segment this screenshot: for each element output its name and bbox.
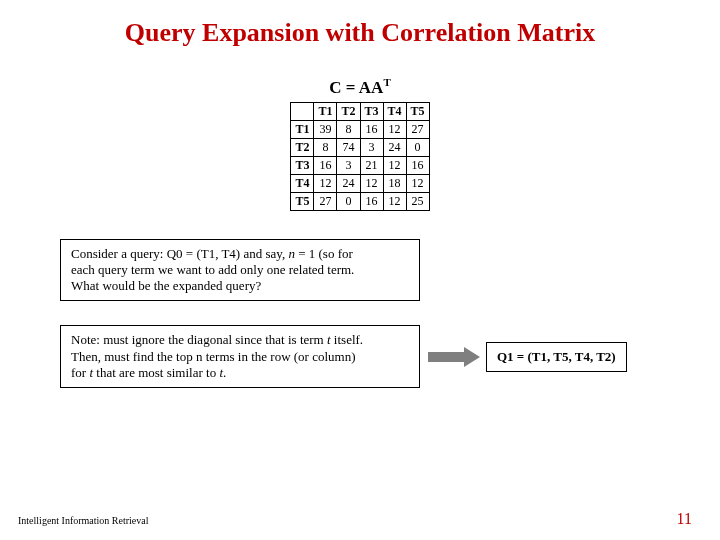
col-header: T2 [337,102,360,120]
row-header: T2 [291,138,314,156]
cell: 18 [383,174,406,192]
text-boxes: Consider a query: Q0 = (T1, T4) and say,… [0,239,720,389]
note-line2: Then, must find the top n terms in the r… [71,349,409,365]
cell: 74 [337,138,360,156]
matrix-corner [291,102,314,120]
note-row: Note: must ignore the diagonal since tha… [0,325,720,388]
note-line1: Note: must ignore the diagonal since tha… [71,332,409,348]
cell: 24 [383,138,406,156]
col-header: T1 [314,102,337,120]
question-box: Consider a query: Q0 = (T1, T4) and say,… [60,239,420,302]
row-header: T4 [291,174,314,192]
footer-left: Intelligent Information Retrieval [18,515,149,526]
cell: 27 [406,120,429,138]
cell: 16 [360,120,383,138]
cell: 3 [337,156,360,174]
question-line3: What would be the expanded query? [71,278,409,294]
cell: 3 [360,138,383,156]
cell: 16 [360,192,383,210]
row-header: T1 [291,120,314,138]
table-row: T4 12 24 12 18 12 [291,174,429,192]
page-title: Query Expansion with Correlation Matrix [0,0,720,48]
cell: 24 [337,174,360,192]
correlation-matrix: T1 T2 T3 T4 T5 T1 39 8 16 12 27 T2 8 74 … [290,102,429,211]
row-header: T5 [291,192,314,210]
answer-box: Q1 = (T1, T5, T4, T2) [486,342,627,372]
caption-prefix: C = AA [329,78,383,97]
cell: 8 [314,138,337,156]
table-row: T1 39 8 16 12 27 [291,120,429,138]
cell: 12 [406,174,429,192]
table-row: T3 16 3 21 12 16 [291,156,429,174]
col-header: T3 [360,102,383,120]
cell: 0 [406,138,429,156]
matrix-header-row: T1 T2 T3 T4 T5 [291,102,429,120]
cell: 12 [360,174,383,192]
cell: 8 [337,120,360,138]
caption-sup: T [383,76,390,88]
row-header: T3 [291,156,314,174]
slide-number: 11 [677,510,692,528]
cell: 12 [383,120,406,138]
cell: 16 [406,156,429,174]
table-row: T2 8 74 3 24 0 [291,138,429,156]
table-row: T5 27 0 16 12 25 [291,192,429,210]
question-line2: each query term we want to add only one … [71,262,409,278]
cell: 12 [314,174,337,192]
cell: 0 [337,192,360,210]
cell: 12 [383,192,406,210]
cell: 12 [383,156,406,174]
col-header: T4 [383,102,406,120]
note-box: Note: must ignore the diagonal since tha… [60,325,420,388]
cell: 21 [360,156,383,174]
cell: 27 [314,192,337,210]
col-header: T5 [406,102,429,120]
cell: 39 [314,120,337,138]
svg-marker-0 [428,347,480,367]
cell: 25 [406,192,429,210]
matrix-wrap: T1 T2 T3 T4 T5 T1 39 8 16 12 27 T2 8 74 … [0,102,720,211]
matrix-caption: C = AAT [0,76,720,98]
cell: 16 [314,156,337,174]
arrow-right-icon [428,348,480,366]
note-line3: for t that are most similar to t. [71,365,409,381]
question-line1: Consider a query: Q0 = (T1, T4) and say,… [71,246,409,262]
